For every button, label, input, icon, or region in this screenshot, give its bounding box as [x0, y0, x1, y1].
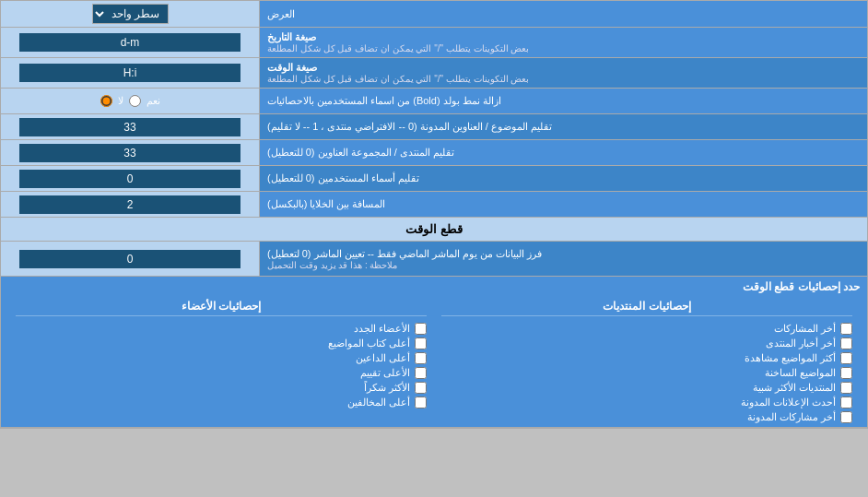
time-format-detail: بعض التكوينات يتطلب "/" التي يمكن ان تضا… [267, 74, 529, 84]
date-format-label: صيغة التاريخ [267, 31, 316, 43]
date-format-input[interactable]: d-m [19, 33, 240, 52]
cb-last-blog-posts[interactable] [840, 411, 852, 423]
list-item: أعلى الداعين [16, 352, 427, 364]
page-title: العرض [267, 8, 295, 20]
cell-spacing-input[interactable] [19, 195, 240, 214]
cb-most-viewed[interactable] [840, 352, 852, 364]
col2-header: إحصائيات الأعضاء [16, 297, 427, 316]
realtime-label-main: فرز البيانات من يوم الماشر الماضي فقط --… [267, 248, 542, 260]
realtime-label-note: ملاحظة : هذا قد يزيد وقت التحميل [267, 260, 397, 270]
cb-hot-topics[interactable] [840, 367, 852, 379]
list-item: المنتديات الأكثر شبية [441, 382, 852, 394]
list-item: أعلى كتاب المواضيع [16, 337, 427, 349]
realtime-section-header: قطع الوقت [1, 218, 867, 242]
checkbox-section-title: حدد إحصائيات قطع الوقت [8, 280, 860, 293]
list-item: الأكثر شكراً [16, 382, 427, 394]
users-sort-label: تقليم أسماء المستخدمين (0 للتعطيل) [267, 172, 419, 184]
display-mode-select[interactable]: سطر واحد سطرين ثلاثة أسطر [92, 4, 169, 24]
list-item: أخر أخبار المنتدى [441, 337, 852, 349]
cb-latest-ads[interactable] [840, 396, 852, 408]
bold-yes-radio[interactable] [129, 95, 141, 107]
forum-sort-input[interactable] [19, 144, 240, 162]
topics-sort-label: تقليم الموضوع / العناوين المدونة (0 -- ا… [267, 121, 552, 133]
topics-sort-input[interactable] [19, 118, 240, 136]
cb-top-inviters[interactable] [415, 352, 427, 364]
list-item: أخر مشاركات المدونة [441, 411, 852, 423]
bold-remove-label: ازالة نمط بولد (Bold) من اسماء المستخدمي… [267, 95, 501, 107]
cell-spacing-label: المسافة بين الخلايا (بالبكسل) [267, 198, 386, 210]
list-item: أعلى المخالفين [16, 396, 427, 408]
cb-top-writers[interactable] [415, 337, 427, 349]
list-item: الأعلى تقييم [16, 367, 427, 379]
date-format-detail: بعض التكوينات يتطلب "/" التي يمكن ان تضا… [267, 43, 529, 53]
cb-top-rated[interactable] [415, 367, 427, 379]
list-item: أخر المشاركات [441, 323, 852, 335]
realtime-input[interactable] [19, 250, 240, 268]
cb-similar-forums[interactable] [840, 382, 852, 394]
users-sort-input[interactable] [19, 170, 240, 188]
cb-most-thanked[interactable] [415, 382, 427, 394]
cb-last-news[interactable] [840, 337, 852, 349]
bold-no-radio[interactable] [100, 95, 112, 107]
bold-yes-label: نعم [147, 95, 160, 107]
time-format-input[interactable]: H:i [19, 64, 240, 82]
col1-header: إحصائيات المنتديات [441, 297, 852, 316]
bold-no-label: لا [118, 95, 123, 107]
time-format-label: صيغة الوقت [267, 62, 317, 74]
list-item: الأعضاء الجدد [16, 323, 427, 335]
forum-sort-label: تقليم المنتدى / المجموعة العناوين (0 للت… [267, 147, 454, 159]
cb-top-violators[interactable] [415, 396, 427, 408]
list-item: المواضيع الساخنة [441, 367, 852, 379]
cb-new-members[interactable] [415, 323, 427, 335]
list-item: أحدث الإعلانات المدونة [441, 396, 852, 408]
list-item: أكثر المواضيع مشاهدة [441, 352, 852, 364]
cb-last-posts[interactable] [840, 323, 852, 335]
